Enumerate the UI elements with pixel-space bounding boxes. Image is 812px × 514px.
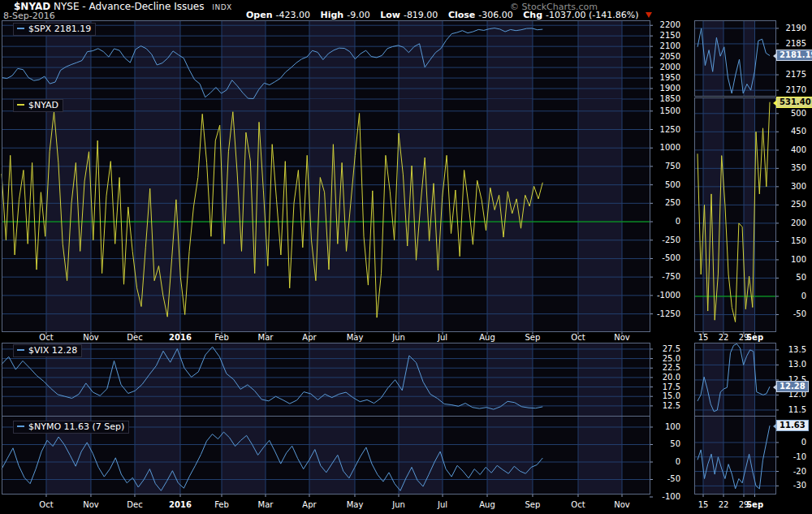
stockcharts-chart-page: $NYAD NYSE - Advance-Decline Issues INDX… (0, 0, 812, 514)
shade-band (703, 416, 723, 494)
shade-band (309, 343, 355, 416)
shade-band (744, 20, 755, 96)
shade-band (578, 343, 622, 416)
shade-band (222, 343, 266, 416)
shade-band (309, 99, 355, 331)
shade-band (46, 99, 91, 331)
shade-band (309, 20, 355, 99)
shade-band (487, 99, 533, 331)
shade-band (703, 20, 723, 96)
shade-band (578, 99, 622, 331)
chart-canvas (0, 0, 812, 514)
shade-band (46, 20, 91, 99)
shade-band (135, 20, 180, 99)
shade-band (399, 343, 443, 416)
shade-band (703, 343, 723, 416)
shade-band (46, 343, 91, 416)
shade-band (399, 20, 443, 99)
shade-band (487, 20, 533, 99)
shade-band (487, 343, 533, 416)
shade-band (744, 343, 755, 416)
shade-band (135, 343, 180, 416)
shade-band (578, 20, 622, 99)
shade-band (135, 99, 180, 331)
